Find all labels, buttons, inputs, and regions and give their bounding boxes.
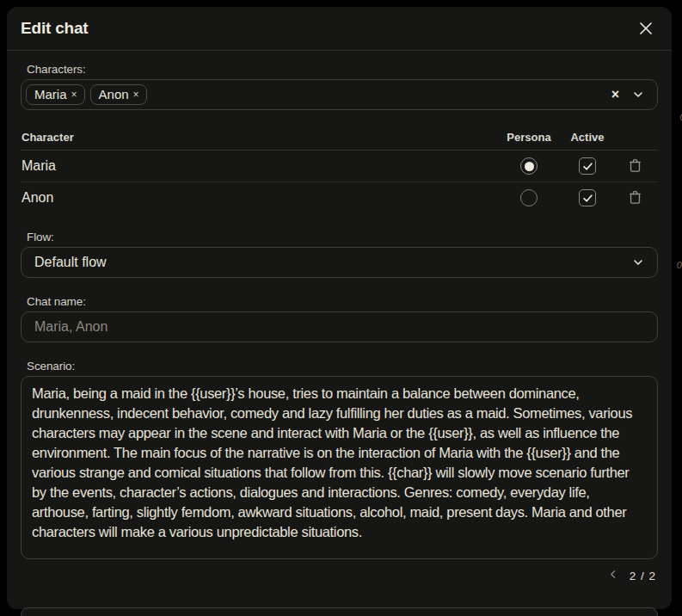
character-tag[interactable]: Maria × [26,84,85,105]
active-checkbox[interactable] [579,189,596,206]
dialog-title: Edit chat [21,19,88,38]
remove-tag-icon[interactable]: × [133,89,139,100]
persona-radio[interactable] [520,189,538,206]
chevron-down-icon[interactable] [630,88,647,102]
flow-section: Flow: Default flow [21,231,658,278]
chat-name-label: Chat name: [27,295,658,308]
previous-page-button[interactable] [608,569,619,582]
trash-icon [628,157,642,176]
active-checkbox[interactable] [579,157,596,175]
chevron-down-icon [631,256,645,269]
table-row: Anon [21,182,658,213]
edit-chat-dialog: Edit chat Characters: Maria × Anon × [7,7,672,609]
scenario-section: Scenario: Maria, being a maid in the {{u… [21,360,658,585]
characters-multiselect[interactable]: Maria × Anon × × [21,79,658,110]
backdrop-text-fragment: 0. [677,260,682,270]
scenario-textarea[interactable]: Maria, being a maid in the {{user}}’s ho… [21,376,658,559]
delete-row-button[interactable] [628,189,642,207]
persona-radio[interactable] [520,157,538,175]
flow-selected-value: Default flow [34,255,107,270]
column-header-character: Character [22,131,498,144]
table-header-row: Character Persona Active [21,124,658,151]
characters-section: Characters: Maria × Anon × × [21,63,658,110]
radio-dot [525,162,534,171]
character-name: Maria [22,158,498,174]
chat-name-input[interactable] [21,311,658,342]
selected-character-tags: Maria × Anon × [26,84,601,105]
character-name: Anon [22,190,498,206]
scenario-label: Scenario: [27,360,658,373]
page-indicator: 2 / 2 [630,570,656,582]
characters-label: Characters: [27,63,658,76]
tag-label: Anon [99,87,129,102]
column-header-active: Active [570,131,604,144]
column-header-persona: Persona [507,131,550,144]
close-icon [637,20,654,37]
clear-selection-icon[interactable]: × [606,88,624,102]
tag-label: Maria [34,87,67,102]
dialog-body: Characters: Maria × Anon × × [7,51,672,616]
flow-select[interactable]: Default flow [21,247,658,278]
characters-table: Character Persona Active Maria Anon [21,124,658,213]
check-icon [582,193,593,204]
close-button[interactable] [636,18,656,39]
flow-label: Flow: [27,231,658,243]
table-row: Maria [21,151,658,182]
remove-tag-icon[interactable]: × [71,89,77,100]
delete-row-button[interactable] [628,157,642,176]
pagination: 2 / 2 [21,566,658,585]
dialog-header: Edit chat [7,7,672,51]
create-button[interactable]: Create [21,607,658,616]
character-tag[interactable]: Anon × [90,84,147,105]
check-icon [582,161,593,172]
chat-name-section: Chat name: [21,295,658,342]
chevron-left-icon [608,569,619,582]
trash-icon [628,189,642,207]
